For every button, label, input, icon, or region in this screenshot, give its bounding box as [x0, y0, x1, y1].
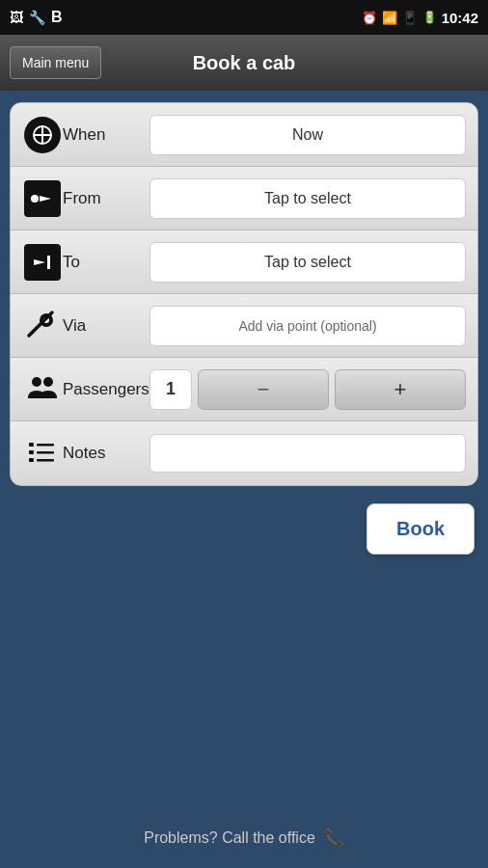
notes-label: Notes — [63, 444, 149, 463]
from-icon-container — [22, 178, 63, 219]
notes-control — [149, 434, 466, 473]
passengers-icon-container — [22, 369, 63, 410]
via-control: Add via point (optional) — [149, 306, 466, 346]
main-menu-button[interactable]: Main menu — [10, 46, 101, 79]
signal-icon: 📱 — [402, 11, 418, 25]
book-button-container: Book — [0, 498, 488, 560]
svg-rect-12 — [29, 443, 34, 447]
from-button[interactable]: Tap to select — [149, 178, 466, 219]
notes-icon — [24, 435, 61, 472]
notes-input[interactable] — [149, 434, 466, 473]
svg-rect-6 — [47, 256, 50, 269]
from-label: From — [63, 189, 149, 208]
to-icon-container — [22, 242, 63, 283]
passengers-row: Passengers 1 − + — [11, 358, 477, 421]
status-left-icons: 🖼 🔧 B — [10, 9, 63, 26]
svg-point-3 — [31, 195, 39, 203]
booking-card: When Now From Tap to select — [10, 102, 478, 486]
phone-icon: 📞 — [323, 827, 344, 849]
from-control: Tap to select — [149, 178, 466, 219]
svg-point-11 — [43, 377, 53, 387]
time-display: 10:42 — [442, 10, 478, 26]
when-button[interactable]: Now — [149, 115, 466, 155]
passengers-icon — [24, 371, 61, 408]
page-title: Book a cab — [193, 52, 296, 74]
battery-icon: 🔋 — [422, 11, 437, 24]
svg-point-10 — [32, 377, 41, 387]
svg-rect-14 — [29, 450, 34, 454]
svg-rect-15 — [37, 451, 54, 454]
notes-icon-container — [22, 433, 63, 474]
status-bar: 🖼 🔧 B ⏰ 📶 📱 🔋 10:42 — [0, 0, 488, 35]
status-right-icons: ⏰ 📶 📱 🔋 10:42 — [362, 10, 478, 26]
via-icon — [24, 308, 61, 344]
svg-rect-13 — [37, 444, 54, 447]
passengers-label: Passengers — [63, 380, 149, 399]
decrease-passengers-button[interactable]: − — [198, 369, 329, 410]
when-control: Now — [149, 115, 466, 155]
svg-marker-4 — [40, 196, 51, 202]
via-row: Via Add via point (optional) — [11, 294, 477, 358]
via-label: Via — [63, 316, 149, 336]
image-icon: 🖼 — [10, 10, 23, 25]
when-label: When — [63, 125, 149, 145]
passenger-count: 1 — [149, 369, 192, 410]
footer-text: Problems? Call the office — [144, 829, 315, 847]
clock-status-icon: ⏰ — [362, 11, 377, 25]
to-button[interactable]: Tap to select — [149, 242, 466, 283]
bold-icon: B — [51, 9, 63, 26]
svg-rect-17 — [37, 459, 54, 462]
notes-row: Notes — [11, 421, 477, 485]
when-icon-container — [22, 115, 63, 155]
when-row: When Now — [11, 103, 477, 167]
passengers-control: 1 − + — [149, 369, 466, 410]
from-icon — [24, 180, 61, 217]
top-bar: Main menu Book a cab — [0, 35, 488, 91]
from-row: From Tap to select — [11, 167, 477, 231]
clock-icon — [24, 117, 61, 153]
via-icon-container — [22, 306, 63, 346]
to-label: To — [63, 253, 149, 272]
wrench-icon: 🔧 — [29, 10, 45, 25]
wifi-icon: 📶 — [382, 11, 397, 25]
to-icon — [24, 244, 61, 281]
via-button[interactable]: Add via point (optional) — [149, 306, 466, 346]
svg-marker-5 — [34, 259, 45, 265]
to-row: To Tap to select — [11, 231, 477, 294]
book-button[interactable]: Book — [366, 503, 474, 555]
footer: Problems? Call the office 📞 — [0, 827, 488, 849]
svg-rect-16 — [29, 458, 34, 462]
to-control: Tap to select — [149, 242, 466, 283]
increase-passengers-button[interactable]: + — [335, 369, 466, 410]
